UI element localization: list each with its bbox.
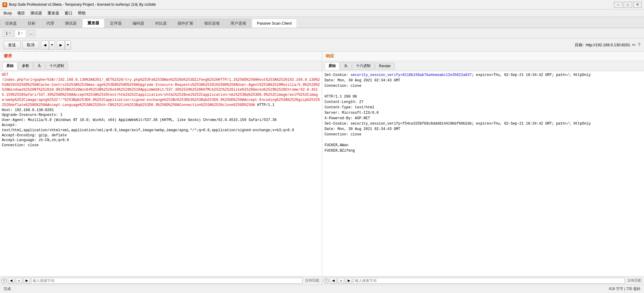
- cancel-button[interactable]: 取消: [22, 41, 39, 49]
- tab-repeater[interactable]: 重发器: [82, 19, 104, 28]
- response-panel-header: 响应: [322, 52, 644, 61]
- response-search-next-button[interactable]: ▶: [346, 278, 352, 284]
- target-info: 目标: http://192.168.0.130:8201 ✏ ?: [575, 42, 640, 48]
- menu-bar: Burp 项目 测试器 重发器 窗口 帮助: [0, 10, 644, 17]
- byte-info: 618 字节 | 735 毫秒: [609, 286, 641, 291]
- menu-project[interactable]: 项目: [15, 10, 27, 17]
- menu-window[interactable]: 窗口: [62, 10, 75, 17]
- prev-nav-group: ◀ ▼: [41, 41, 55, 50]
- menu-repeater[interactable]: 重发器: [45, 10, 62, 17]
- response-content: Set-Cookie: security_session_verify=8118…: [322, 71, 644, 155]
- request-search-status: 没有匹配: [304, 278, 321, 283]
- tab-project-options[interactable]: 项目选项: [199, 19, 225, 28]
- target-url: http://192.168.0.130:8201: [586, 43, 630, 47]
- main-content: 请求 原始 参数 头 十六进制 GET /index.php?url=gophe…: [0, 52, 644, 285]
- status-text: 完成: [4, 286, 11, 291]
- response-search-input[interactable]: [353, 278, 625, 284]
- response-panel: 响应 原始 头 十六进制 Render Set-Cookie: security…: [322, 52, 644, 285]
- status-bar: 完成 618 字节 | 735 毫秒: [0, 285, 644, 293]
- title-bar: B Burp Suite Professional v2.0beta - Tem…: [0, 0, 644, 10]
- response-search-help-icon[interactable]: ?: [323, 278, 329, 283]
- edit-target-icon[interactable]: ✏: [632, 42, 636, 48]
- response-tab-render[interactable]: Render: [375, 63, 395, 69]
- tab-encoder[interactable]: 编码器: [127, 19, 149, 28]
- request-search-input[interactable]: [31, 278, 303, 284]
- request-tab-hex[interactable]: 十六进制: [46, 62, 68, 70]
- tab-dashboard[interactable]: 仪表盘: [0, 19, 22, 28]
- close-button[interactable]: ✕: [633, 2, 642, 8]
- minimize-button[interactable]: ─: [614, 2, 622, 8]
- request-content: GET /index.php?url=gopher%3A//192.168.0.…: [0, 71, 322, 149]
- window-title: Burp Suite Professional v2.0beta - Tempo…: [9, 2, 156, 7]
- tab-comparer[interactable]: 对比器: [150, 19, 172, 28]
- sub-tab-more[interactable]: ...: [27, 30, 35, 37]
- menu-help[interactable]: 帮助: [75, 10, 88, 17]
- tab-proxy[interactable]: 代理: [41, 19, 59, 28]
- title-bar-left: B Burp Suite Professional v2.0beta - Tem…: [2, 2, 156, 7]
- request-search-prev-button[interactable]: ◀: [8, 278, 14, 284]
- tab-tester[interactable]: 测试器: [60, 19, 82, 28]
- tab-extender[interactable]: 插件扩展: [172, 19, 198, 28]
- response-search-status: 没有匹配: [626, 278, 643, 283]
- next-dropdown-button[interactable]: ▼: [65, 41, 71, 49]
- response-tab-headers[interactable]: 头: [340, 62, 352, 70]
- request-tab-params[interactable]: 参数: [18, 62, 33, 70]
- menu-tester[interactable]: 测试器: [28, 10, 44, 17]
- toolbar: 发送 取消 ◀ ▼ ▶ ▼ 目标: http://192.168.0.130:8…: [0, 38, 644, 52]
- title-bar-controls: ─ □ ✕: [614, 2, 642, 8]
- response-search-bar: ? ◀ + ▶ 没有匹配: [322, 276, 644, 285]
- request-panel-header: 请求: [0, 52, 322, 61]
- sub-tab-bar: 1 × 2 × ...: [0, 28, 644, 38]
- close-tab-1-icon[interactable]: ×: [9, 32, 11, 35]
- tab-user-options[interactable]: 用户选项: [225, 19, 251, 28]
- request-content-area[interactable]: GET /index.php?url=gopher%3A//192.168.0.…: [0, 71, 322, 276]
- prev-dropdown-button[interactable]: ▼: [49, 41, 55, 49]
- app-icon: B: [2, 2, 7, 7]
- request-tab-bar: 原始 参数 头 十六进制: [0, 61, 322, 71]
- sub-tab-1[interactable]: 1 ×: [2, 30, 14, 37]
- menu-burp[interactable]: Burp: [1, 10, 14, 16]
- target-prefix: 目标:: [575, 42, 584, 48]
- request-search-bar: ? ◀ + ▶ 没有匹配: [0, 276, 322, 285]
- request-search-next-button[interactable]: ▶: [23, 278, 30, 284]
- response-tab-raw[interactable]: 原始: [325, 62, 340, 70]
- response-tab-hex[interactable]: 十六进制: [352, 62, 374, 70]
- send-button[interactable]: 发送: [4, 41, 20, 49]
- request-search-help-icon[interactable]: ?: [1, 278, 7, 283]
- response-search-add-button[interactable]: +: [338, 278, 344, 284]
- tab-sequencer[interactable]: 定序器: [105, 19, 127, 28]
- tab-passive-scan[interactable]: Passive Scan Client: [252, 19, 297, 28]
- response-search-prev-button[interactable]: ◀: [330, 278, 337, 284]
- sub-tab-2[interactable]: 2 ×: [15, 30, 26, 37]
- response-tab-bar: 原始 头 十六进制 Render: [322, 61, 644, 71]
- help-icon[interactable]: ?: [638, 42, 640, 48]
- cookie-highlight-1: security_session_verify=8118b156ab7ba4ee…: [350, 73, 472, 77]
- close-tab-2-icon[interactable]: ×: [21, 32, 23, 35]
- next-nav-group: ▶ ▼: [57, 41, 71, 50]
- request-tab-raw[interactable]: 原始: [2, 62, 17, 70]
- request-panel: 请求 原始 参数 头 十六进制 GET /index.php?url=gophe…: [0, 52, 322, 285]
- prev-button[interactable]: ◀: [41, 41, 49, 49]
- request-search-add-button[interactable]: +: [16, 278, 22, 284]
- tab-target[interactable]: 目标: [23, 19, 41, 28]
- maximize-button[interactable]: □: [624, 2, 632, 8]
- request-url-highlight: GET /index.php?url=gopher%3A//192.168.0.…: [2, 73, 320, 107]
- main-tab-bar: 仪表盘 目标 代理 测试器 重发器 定序器 编码器 对比器 插件扩展 项目选项 …: [0, 17, 644, 28]
- next-button[interactable]: ▶: [57, 41, 65, 49]
- response-content-area[interactable]: Set-Cookie: security_session_verify=8118…: [322, 71, 644, 276]
- request-tab-headers[interactable]: 头: [34, 62, 45, 70]
